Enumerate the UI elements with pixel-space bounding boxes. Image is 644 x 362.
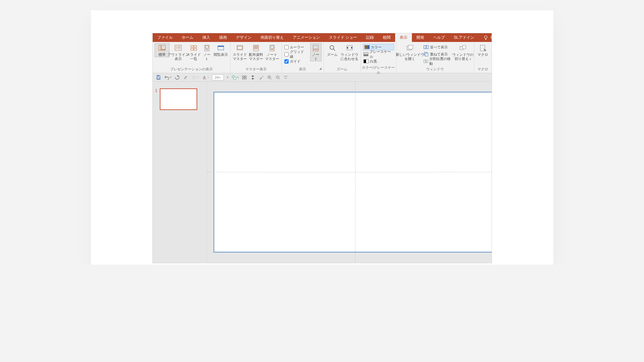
page-work: ファイル ホーム 挿入 描画 デザイン 画面切り替え アニメーション スライド … xyxy=(91,10,553,265)
tab-slideshow[interactable]: スライド ショー xyxy=(324,33,362,42)
ribbon-panel: 標準 アウトライン 表示 xyxy=(153,42,492,73)
handout-master-button[interactable]: 配布資料 マスター xyxy=(249,43,263,61)
align-button[interactable] xyxy=(242,75,247,80)
clear-format-button xyxy=(183,75,188,80)
guides-checkbox[interactable]: ガイド xyxy=(284,58,307,65)
vertical-guide[interactable] xyxy=(355,82,355,263)
tab-design[interactable]: デザイン xyxy=(231,33,256,42)
svg-rect-7 xyxy=(194,48,197,50)
undo-icon xyxy=(164,75,169,80)
tab-sladdin[interactable]: SLアドイン xyxy=(449,33,479,42)
font-size-box[interactable]: 24+ xyxy=(212,75,224,80)
svg-rect-5 xyxy=(194,45,197,47)
distribute-button[interactable] xyxy=(250,75,255,80)
tab-home[interactable]: ホーム xyxy=(177,33,198,42)
group-zoom-label: ズーム xyxy=(324,66,361,73)
guides-checkbox-label: ガイド xyxy=(290,59,301,64)
normal-view-label: 標準 xyxy=(158,53,166,57)
slide-master-icon xyxy=(236,44,244,52)
switch-windows-button[interactable]: ウィンドウの 切り替え ▾ xyxy=(454,43,472,62)
group-window-label: ウィンドウ xyxy=(396,66,474,73)
slide-thumbnails-pane[interactable]: 1 xyxy=(153,82,207,263)
tab-file[interactable]: ファイル xyxy=(153,33,177,42)
svg-point-23 xyxy=(330,45,334,49)
shapes-icon xyxy=(231,75,237,80)
undo-button[interactable]: ▾ xyxy=(164,75,171,80)
handout-master-label: 配布資料 マスター xyxy=(249,53,263,61)
save-button[interactable] xyxy=(156,75,161,80)
gridlines-checkbox-input[interactable] xyxy=(284,52,289,56)
move-split-label: 分割位置の移動 xyxy=(429,56,452,66)
slide-thumbnail-1[interactable] xyxy=(160,88,197,110)
new-window-icon xyxy=(406,44,414,52)
guides-checkbox-input[interactable] xyxy=(284,59,289,64)
group-show: ルーラー グリッド線 ガイド ノー ト xyxy=(282,42,324,73)
outline-view-icon xyxy=(174,44,182,52)
notes-master-button[interactable]: ノート マスター xyxy=(265,43,280,61)
tab-record[interactable]: 記録 xyxy=(362,33,378,42)
switch-windows-icon xyxy=(459,44,467,52)
zoom-in-button[interactable] xyxy=(267,75,272,80)
tab-view[interactable]: 表示 xyxy=(395,33,412,42)
bw-swatch-icon xyxy=(363,59,369,63)
svg-rect-17 xyxy=(254,48,256,49)
notes-master-label: ノート マスター xyxy=(265,53,279,61)
zoom-button[interactable]: ズーム xyxy=(326,43,339,57)
notes-toggle-button[interactable]: ノー ト xyxy=(310,43,322,61)
group-window: 新しいウィンドウ を開く 並べて表示 xyxy=(396,42,474,73)
grayscale-mode-button[interactable]: グレースケール xyxy=(363,51,394,57)
zoom-label: ズーム xyxy=(327,53,338,57)
group-presentation-views: 標準 アウトライン 表示 xyxy=(153,42,230,73)
zoom-out-button[interactable] xyxy=(275,75,281,80)
macros-button[interactable]: マクロ xyxy=(476,43,490,57)
distribute-icon xyxy=(250,75,255,80)
qat-customize-button[interactable] xyxy=(284,75,288,80)
svg-rect-22 xyxy=(313,49,318,51)
ruler-checkbox-input[interactable] xyxy=(284,45,289,49)
ribbon-tabs: ファイル ホーム 挿入 描画 デザイン 画面切り替え アニメーション スライド … xyxy=(153,33,492,42)
new-window-label: 新しいウィンドウ を開く xyxy=(396,53,424,61)
move-split-button[interactable]: 分割位置の移動 xyxy=(423,58,453,65)
fit-to-window-button[interactable]: ウィンドウ に合わせる xyxy=(341,43,359,61)
clear-format-icon xyxy=(183,75,188,80)
tab-transitions[interactable]: 画面切り替え xyxy=(256,33,288,42)
show-dialog-launcher-icon[interactable]: ◢ xyxy=(319,67,322,70)
svg-rect-28 xyxy=(426,45,428,49)
bw-mode-button[interactable]: 白黒 xyxy=(363,58,394,65)
tab-animations[interactable]: アニメーション xyxy=(288,33,324,42)
svg-point-39 xyxy=(192,77,193,78)
tab-help[interactable]: ヘルプ xyxy=(429,33,449,42)
tab-draw[interactable]: 描画 xyxy=(215,33,231,42)
slide-canvas-area[interactable] xyxy=(207,82,492,263)
group-color-grayscale: カラー グレースケール 白黒 カラー/グレースケール xyxy=(361,42,396,73)
svg-rect-26 xyxy=(408,45,413,49)
horizontal-guide[interactable] xyxy=(207,172,492,172)
svg-point-38 xyxy=(192,76,193,76)
svg-rect-45 xyxy=(245,76,246,77)
arrange-all-button[interactable]: 並べて表示 xyxy=(423,44,453,50)
reading-view-button[interactable]: 閲覧表示 xyxy=(213,43,228,57)
shapes-button[interactable]: ▾ xyxy=(231,75,239,80)
svg-rect-47 xyxy=(245,78,246,79)
color-mode-label: カラー xyxy=(371,45,382,50)
slide-master-button[interactable]: スライド マスター xyxy=(232,43,247,61)
tab-insert[interactable]: 挿入 xyxy=(198,33,215,42)
thumbnail-row: 1 xyxy=(155,88,203,110)
redo-button[interactable] xyxy=(175,75,180,80)
svg-rect-44 xyxy=(242,76,244,77)
grayscale-swatch-icon xyxy=(363,52,368,56)
macros-icon xyxy=(479,44,487,52)
tab-review[interactable]: 校閲 xyxy=(378,33,395,42)
new-window-button[interactable]: 新しいウィンドウ を開く xyxy=(398,43,422,61)
outline-view-button[interactable]: アウトライン 表示 xyxy=(171,43,186,61)
notes-page-button[interactable]: ノー ト xyxy=(202,43,212,61)
gridlines-checkbox[interactable]: グリッド線 xyxy=(284,51,307,57)
group-presentation-views-label: プレゼンテーションの表示 xyxy=(153,66,230,73)
tab-developer[interactable]: 開発 xyxy=(412,33,429,42)
comments-icon[interactable] xyxy=(518,33,526,42)
color-swatch-icon xyxy=(364,45,370,49)
tell-me-search[interactable]: 何をしますか xyxy=(479,33,518,42)
svg-rect-46 xyxy=(242,78,244,79)
slide-sorter-button[interactable]: スライド 一覧 xyxy=(187,43,200,61)
bullets-icon xyxy=(191,75,197,80)
